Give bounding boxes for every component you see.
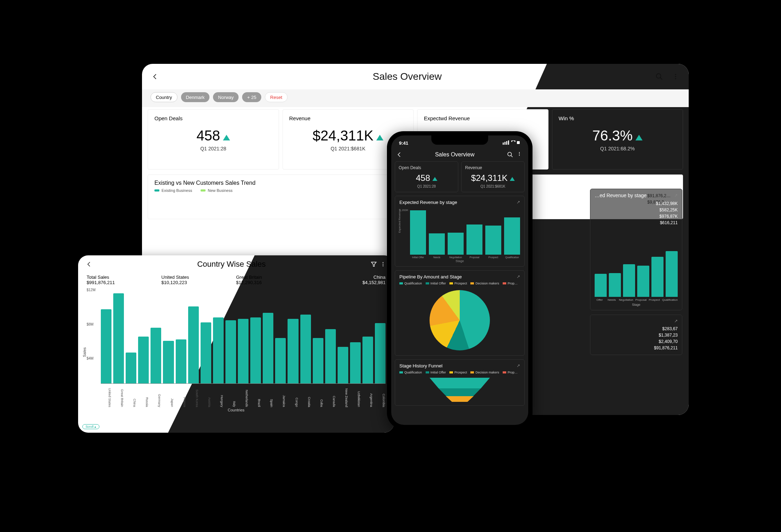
kpi-revenue[interactable]: Revenue $24,311K Q1 2021:$681K [461, 161, 525, 192]
x-tick: China [126, 385, 136, 407]
chart-bar [466, 225, 482, 255]
x-tick: Initial Offer [410, 256, 426, 259]
value-text: $2,409,70 [595, 338, 678, 345]
trend-up-icon [510, 177, 515, 181]
search-icon[interactable] [507, 151, 513, 158]
axis-label: Sales [82, 347, 87, 357]
axis-label: Stage [399, 259, 520, 263]
stat-value: $12,290,316 [236, 280, 311, 285]
chart-legend: QualificationInitial OfferProspectDecisi… [399, 371, 520, 374]
x-tick: Japan [163, 385, 174, 407]
trend-up-icon [635, 135, 643, 140]
expand-icon[interactable]: ↗ [517, 274, 520, 279]
reset-button[interactable]: Reset [265, 92, 288, 102]
search-icon[interactable] [655, 72, 664, 81]
axis-label: Countries [87, 408, 386, 412]
phone-notch [431, 135, 488, 145]
chart-bar [163, 341, 174, 383]
kpi-title: Expectwd Revenue [424, 115, 542, 121]
chart-x-labels: OfferNeedsNegotiationProposalProspectQua… [595, 298, 678, 301]
more-icon[interactable] [517, 151, 523, 158]
filter-category-pill[interactable]: Country [151, 92, 178, 102]
chart-bars [399, 209, 520, 255]
svg-line-15 [511, 155, 513, 157]
value-text: $1,432,98K [595, 200, 678, 207]
chart-expected-revenue-stage[interactable]: Expected Revenue by stage↗ Expected Reve… [395, 196, 525, 267]
more-icon[interactable] [671, 72, 680, 81]
expand-icon[interactable]: ↗ [517, 363, 520, 368]
chart-expected-revenue-stage-dark[interactable]: …ed Revenue by stage↗ $1,432,98K $582,25… [590, 189, 682, 310]
x-tick: Germany [151, 385, 161, 407]
filter-chip[interactable]: Denmark [181, 92, 210, 102]
kpi-title: Revenue [465, 165, 521, 170]
chart-title: …ed Revenue by stage [595, 193, 646, 198]
svg-marker-5 [371, 262, 376, 266]
x-tick: Brazil [250, 385, 261, 407]
chart-bar [238, 319, 248, 383]
stat-total-sales: Total Sales $991,876,211 [87, 275, 162, 285]
svg-point-6 [383, 262, 384, 263]
summary-values-card[interactable]: ↗ $283,67 $1,387,23 $2,409,70 $91,876,21… [590, 315, 682, 355]
chart-bars [595, 247, 678, 297]
trend-up-icon [432, 177, 437, 181]
svg-point-17 [519, 154, 520, 154]
chart-bar [263, 313, 273, 383]
kpi-open-deals[interactable]: Open Deals 458 Q1 2021:28 [395, 161, 458, 192]
svg-point-8 [383, 265, 384, 266]
chart-country-wise-sales[interactable]: Sales $12M $8M $4M United StatesGreat Br… [78, 288, 394, 412]
chart-bar [313, 338, 323, 383]
filter-icon[interactable] [369, 260, 378, 269]
x-tick: Austria [201, 385, 211, 407]
x-tick: Prospect [649, 298, 660, 301]
chart-title: Expected Revenue by stage [399, 200, 457, 205]
svg-rect-13 [517, 141, 520, 144]
phone-device: 9:41 Sales Overview Open Deals 458 Q1 20… [387, 131, 532, 429]
scroll-button[interactable]: Scroll ▴ [82, 424, 99, 429]
landscape-device: Country Wise Sales Total Sales $991,876,… [78, 255, 394, 433]
x-tick: Jamaica [275, 385, 286, 407]
filter-chip[interactable]: + 25 [242, 92, 261, 102]
chart-bar [151, 328, 161, 383]
expand-icon[interactable]: ↗ [517, 200, 520, 205]
legend-item: Qualification [399, 371, 422, 374]
chart-pipeline-pie[interactable]: Pipeline By Amount and Stage↗ Qualificat… [395, 270, 525, 356]
tablet-title: Sales Overview [160, 71, 655, 82]
x-tick: Great Britain [113, 385, 124, 407]
x-tick: Congo [288, 385, 298, 407]
value-list: $283,67 $1,387,23 $2,409,70 $91,876,211 [595, 326, 678, 351]
status-icons [503, 140, 520, 146]
chart-bar [637, 266, 649, 297]
expand-icon[interactable]: ↗ [674, 318, 678, 323]
chart-bar [213, 317, 224, 383]
funnel-chart [430, 378, 490, 402]
kpi-sub: Q1 2021:28 [399, 184, 454, 188]
chart-title: Pipeline By Amount and Stage [399, 274, 462, 279]
svg-point-0 [656, 74, 661, 78]
chart-bar [448, 233, 464, 255]
funnel-segment [439, 388, 481, 396]
phone-header: Sales Overview [391, 148, 528, 161]
back-icon[interactable] [84, 260, 94, 269]
svg-rect-12 [508, 140, 509, 145]
kpi-value: 458 [416, 173, 430, 183]
x-tick: Qualification [662, 298, 678, 301]
back-icon[interactable] [396, 151, 403, 158]
x-tick: Spain [263, 385, 273, 407]
x-tick: Cuba [313, 385, 323, 407]
expand-icon[interactable]: ↗ [674, 193, 678, 198]
chart-bar [375, 323, 386, 383]
stat-label: Great Britain [236, 275, 311, 280]
value-text: $976,87K [595, 213, 678, 220]
svg-rect-11 [506, 141, 507, 145]
legend-item: Initial Offer [426, 371, 446, 374]
kpi-open-deals[interactable]: Open Deals 458 Q1 2021:28 [148, 109, 279, 170]
chart-bar [350, 342, 361, 383]
value-text: $283,67 [595, 326, 678, 332]
landscape-title: Country Wise Sales [94, 260, 369, 269]
more-icon[interactable] [378, 260, 388, 269]
filter-chip[interactable]: Norway [213, 92, 239, 102]
chart-stage-funnel[interactable]: Stage History Funnel↗ QualificationIniti… [395, 359, 525, 406]
chart-bar [666, 251, 678, 297]
kpi-win-percent[interactable]: Win % 76.3% Q1 2021:68.2% [552, 109, 683, 170]
back-icon[interactable] [151, 72, 160, 81]
